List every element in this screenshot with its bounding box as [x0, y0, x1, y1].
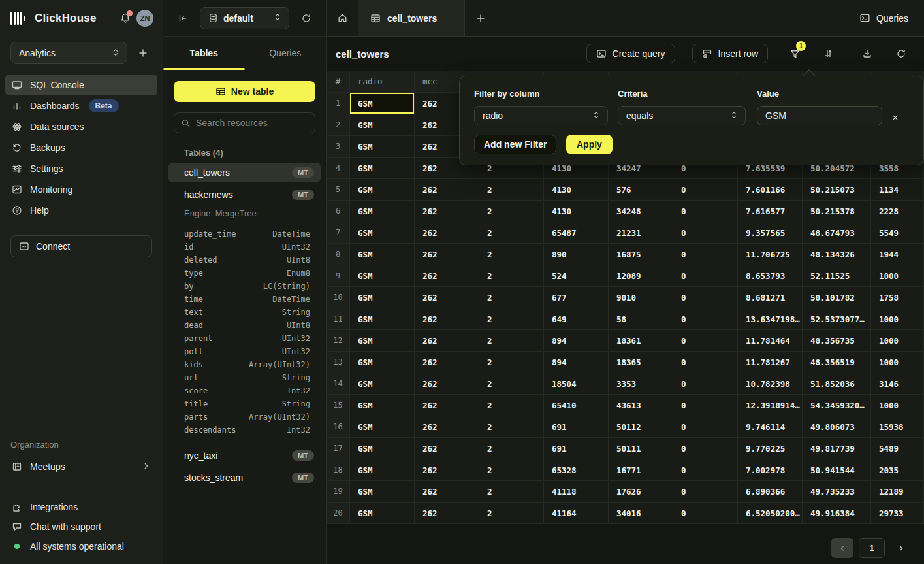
table-cell[interactable]: 41118 [544, 481, 609, 503]
table-cell[interactable]: 2 [479, 438, 544, 459]
table-cell[interactable]: 1000 [871, 265, 924, 287]
table-cell[interactable]: 0 [673, 201, 738, 222]
table-cell[interactable]: 2 [479, 201, 544, 222]
queries-button[interactable]: Queries [844, 0, 924, 36]
table-cell[interactable]: 50.215073 [803, 179, 871, 201]
filter-value-field[interactable] [757, 106, 882, 125]
table-cell[interactable]: 524 [544, 265, 609, 287]
table-cell[interactable]: 9.357565 [738, 222, 803, 244]
table-cell[interactable]: 12.3918914… [738, 395, 803, 416]
table-cell[interactable]: 18361 [609, 330, 673, 352]
table-cell[interactable]: 1000 [871, 395, 924, 416]
filter-value-input[interactable] [765, 110, 875, 121]
add-new-filter-button[interactable]: Add new Filter [474, 135, 556, 154]
table-cell[interactable]: 4130 [544, 179, 609, 201]
table-cell[interactable]: 3353 [609, 373, 673, 395]
table-cell[interactable]: 2 [479, 179, 544, 201]
table-cell[interactable]: 2 [479, 459, 544, 481]
table-cell[interactable]: 262 [415, 459, 479, 481]
sidebar-item-all-systems-operational[interactable]: All systems operational [5, 537, 157, 556]
remove-filter-button[interactable] [888, 110, 902, 125]
table-cell[interactable]: 0 [673, 459, 738, 481]
table-cell[interactable]: 0 [673, 395, 738, 416]
table-cell[interactable]: GSM [350, 481, 415, 503]
table-cell[interactable]: GSM [350, 416, 415, 438]
table-item-hackernews[interactable]: hackernewsMT [168, 185, 321, 205]
table-cell[interactable]: 0 [673, 330, 738, 352]
table-cell[interactable]: 1000 [871, 308, 924, 330]
table-cell[interactable]: 649 [544, 308, 609, 330]
table-cell[interactable]: 50.101782 [803, 287, 871, 308]
search-resources-box[interactable] [174, 112, 315, 133]
table-cell[interactable]: 58 [609, 308, 673, 330]
table-cell[interactable]: 262 [415, 179, 479, 201]
table-cell[interactable]: 2 [479, 308, 544, 330]
table-cell[interactable]: 65487 [544, 222, 609, 244]
table-cell[interactable]: 0 [673, 265, 738, 287]
table-cell[interactable]: GSM [350, 459, 415, 481]
table-cell[interactable]: 2 [479, 244, 544, 265]
table-cell[interactable]: 18504 [544, 373, 609, 395]
table-cell[interactable]: 262 [415, 244, 479, 265]
selected-cell[interactable]: GSM [350, 93, 415, 114]
sidebar-item-chat-with-support[interactable]: Chat with support [5, 517, 157, 537]
filter-column-select[interactable]: radio [474, 106, 608, 125]
table-cell[interactable]: 0 [673, 416, 738, 438]
table-cell[interactable]: 262 [415, 308, 479, 330]
table-cell[interactable]: 50112 [609, 416, 673, 438]
table-cell[interactable]: 262 [415, 416, 479, 438]
table-cell[interactable]: GSM [350, 244, 415, 265]
previous-page-button[interactable] [831, 538, 853, 558]
table-cell[interactable]: GSM [350, 395, 415, 416]
table-cell[interactable]: 16771 [609, 459, 673, 481]
table-cell[interactable]: 262 [415, 287, 479, 308]
table-cell[interactable]: GSM [350, 330, 415, 352]
new-table-button[interactable]: New table [174, 81, 315, 102]
table-cell[interactable]: 9.770225 [738, 438, 803, 459]
table-cell[interactable]: 50.941544 [803, 459, 871, 481]
table-cell[interactable]: GSM [350, 503, 415, 524]
sidebar-item-dashboards[interactable]: DashboardsBeta [5, 95, 157, 116]
table-cell[interactable]: 262 [415, 265, 479, 287]
table-item-cell-towers[interactable]: cell_towersMT [168, 163, 321, 182]
table-cell[interactable]: 12089 [609, 265, 673, 287]
insert-row-button[interactable]: Insert row [692, 44, 768, 63]
table-cell[interactable]: GSM [350, 352, 415, 373]
table-cell[interactable]: 21231 [609, 222, 673, 244]
table-cell[interactable]: 9010 [609, 287, 673, 308]
database-select[interactable]: default [200, 7, 289, 29]
table-cell[interactable]: 49.806073 [803, 416, 871, 438]
table-cell[interactable]: 2 [479, 287, 544, 308]
table-cell[interactable]: GSM [350, 222, 415, 244]
column-header[interactable]: radio [350, 71, 415, 93]
table-cell[interactable]: 29733 [871, 503, 924, 524]
criteria-select[interactable]: equals [618, 106, 746, 125]
table-cell[interactable]: 50.215378 [803, 201, 871, 222]
sort-button[interactable] [819, 44, 838, 63]
table-cell[interactable]: 65328 [544, 459, 609, 481]
table-cell[interactable]: 41164 [544, 503, 609, 524]
table-cell[interactable]: 5489 [871, 438, 924, 459]
table-cell[interactable]: 0 [673, 481, 738, 503]
table-cell[interactable]: GSM [350, 287, 415, 308]
table-cell[interactable]: 894 [544, 330, 609, 352]
sidebar-item-meetups[interactable]: Meetups [5, 456, 157, 477]
table-cell[interactable]: 262 [415, 330, 479, 352]
notifications-bell-icon[interactable] [119, 12, 131, 24]
table-cell[interactable]: 0 [673, 179, 738, 201]
connect-button[interactable]: Connect [10, 235, 152, 257]
tab-cell-towers[interactable]: cell_towers [358, 0, 465, 36]
table-cell[interactable]: 2035 [871, 459, 924, 481]
collapse-panel-button[interactable] [174, 9, 192, 27]
table-cell[interactable]: 48.134326 [803, 244, 871, 265]
table-cell[interactable]: 4130 [544, 201, 609, 222]
sidebar-item-help[interactable]: Help [5, 200, 157, 221]
next-page-button[interactable] [890, 538, 912, 558]
table-cell[interactable]: 262 [415, 222, 479, 244]
table-cell[interactable]: 43613 [609, 395, 673, 416]
table-cell[interactable]: 52.11525 [803, 265, 871, 287]
table-cell[interactable]: 2228 [871, 201, 924, 222]
column-header[interactable]: # [327, 71, 350, 93]
table-cell[interactable]: 262 [415, 503, 479, 524]
table-cell[interactable]: 8.653793 [738, 265, 803, 287]
